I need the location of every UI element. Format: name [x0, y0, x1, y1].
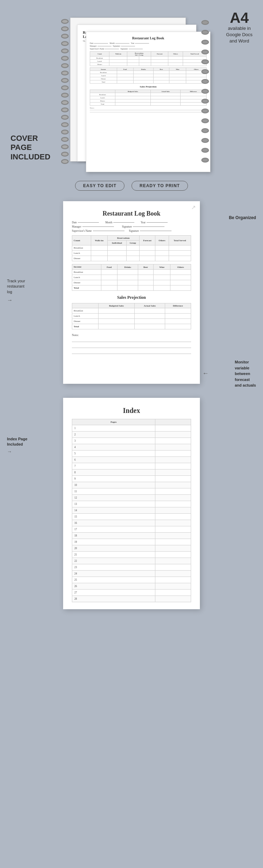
- index-page-number: 27: [72, 590, 155, 596]
- index-row: 12: [72, 495, 191, 501]
- index-row: 6: [72, 457, 191, 463]
- arrow-right2: ←: [202, 370, 209, 377]
- index-page-number: 15: [72, 514, 155, 520]
- notes-line-3: [72, 350, 191, 354]
- reservations-table: Count Walk-ins Reservations Forecast Oth…: [72, 235, 191, 261]
- index-row: 17: [72, 526, 191, 533]
- mini-sales-table: Budgeted SalesActual SalesDifference Bre…: [90, 90, 207, 106]
- index-page-number: 20: [72, 545, 155, 552]
- field-row-3: Supervisor's Name Signature: [72, 229, 191, 232]
- index-row: 2: [72, 432, 191, 438]
- index-row: 20: [72, 545, 191, 552]
- format-label: A4 available inGoogle Docsand Word: [226, 11, 252, 45]
- index-page-number: 13: [72, 501, 155, 507]
- cover-label: COVER PAGE INCLUDED: [11, 134, 50, 162]
- index-page-content: [155, 501, 191, 507]
- index-page-content: [155, 488, 191, 495]
- mini-fields-row3: Supervisor's Name Signature: [90, 48, 207, 50]
- mini-logbook-title: Restaurant Log Book: [90, 36, 207, 40]
- index-page-content: [155, 558, 191, 564]
- index-page-content: [155, 596, 191, 602]
- index-page-content: [155, 539, 191, 545]
- index-page-number: 25: [72, 577, 155, 583]
- index-page-content: [155, 463, 191, 469]
- index-page-number: 3: [72, 438, 155, 444]
- index-page-content: [155, 545, 191, 552]
- index-page-content: [155, 520, 191, 526]
- mini-fields-row2: Manager Signature: [90, 45, 207, 47]
- left-annotation: Track your restaurant log →: [7, 278, 25, 304]
- preview-section: Track your restaurant log → Be Organized…: [0, 198, 263, 394]
- notes-line-1: [72, 338, 191, 342]
- index-page-content: [155, 552, 191, 558]
- index-title: Index: [72, 407, 191, 415]
- right-annotation-organized: Be Organized: [229, 215, 256, 220]
- notebook-front: Restaurant Log Book Date Month Year Mana…: [86, 32, 210, 172]
- spiral-left: [58, 14, 72, 169]
- index-row: 19: [72, 539, 191, 545]
- mini-reservations-table: CountWalk-insReservationsInd. | GroupFor…: [90, 51, 207, 66]
- index-page-content: [155, 583, 191, 590]
- index-page-number: 16: [72, 520, 155, 526]
- right-annotation-monitor: Monitor variable between forecast and ac…: [235, 359, 256, 388]
- index-page-number: 26: [72, 583, 155, 590]
- index-row: 18: [72, 533, 191, 539]
- index-row: 15: [72, 514, 191, 520]
- index-row: 26: [72, 583, 191, 590]
- index-page-number: 22: [72, 558, 155, 564]
- index-page-number: 10: [72, 482, 155, 488]
- index-page-number: 24: [72, 571, 155, 577]
- index-row: 8: [72, 469, 191, 476]
- field-row-1: Date Month Year: [72, 221, 191, 224]
- index-page-number: 9: [72, 476, 155, 482]
- index-page-content: [155, 457, 191, 463]
- index-page-content: [155, 425, 191, 432]
- index-page-number: 18: [72, 533, 155, 539]
- index-page-content: [155, 495, 191, 501]
- logbook-title: Restaurant Log Book: [72, 210, 191, 217]
- ready-to-print-badge: READY TO PRINT: [132, 181, 188, 191]
- index-page-content: [155, 451, 191, 457]
- index-row: 21: [72, 552, 191, 558]
- index-page-content: [155, 571, 191, 577]
- index-row: 11: [72, 488, 191, 495]
- index-row: 4: [72, 444, 191, 451]
- index-row: 5: [72, 451, 191, 457]
- index-row: 14: [72, 507, 191, 514]
- index-annotation-left: Index Page Included →: [7, 436, 27, 455]
- index-page-content: [155, 564, 191, 571]
- index-col-pages: Pages: [72, 419, 155, 425]
- easy-to-edit-badge: EASY TO EDIT: [75, 181, 124, 191]
- index-page-content: [155, 482, 191, 488]
- format-size: A4: [226, 11, 252, 25]
- mini-income-table: IncomeFoodDrinksBeerWineOthers Breakfast…: [90, 67, 207, 84]
- index-page-number: 2: [72, 432, 155, 438]
- index-row: 10: [72, 482, 191, 488]
- mini-sales-title: Sales Projection: [90, 85, 207, 88]
- index-row: 1: [72, 425, 191, 432]
- index-row: 27: [72, 590, 191, 596]
- index-row: 24: [72, 571, 191, 577]
- index-row: 23: [72, 564, 191, 571]
- index-page-number: 6: [72, 457, 155, 463]
- index-page-content: [155, 469, 191, 476]
- index-row: 7: [72, 463, 191, 469]
- top-section: A4 available inGoogle Docsand Word: [0, 0, 263, 176]
- index-page-number: 21: [72, 552, 155, 558]
- index-page-number: 28: [72, 596, 155, 602]
- notes-line-2: [72, 344, 191, 348]
- index-row: 28: [72, 596, 191, 602]
- index-page-content: [155, 432, 191, 438]
- index-page-content: [155, 444, 191, 451]
- index-card: Index Pages 1234567891011121314151617181…: [63, 398, 200, 609]
- index-page-content: [155, 533, 191, 539]
- spiral-right: [200, 14, 210, 169]
- index-page-number: 5: [72, 451, 155, 457]
- index-row: 13: [72, 501, 191, 507]
- index-page-number: 19: [72, 539, 155, 545]
- index-page-number: 1: [72, 425, 155, 432]
- index-page-number: 12: [72, 495, 155, 501]
- mini-fields-row1: Date Month Year: [90, 42, 207, 44]
- field-row-2: Manager Signature: [72, 225, 191, 228]
- index-page-number: 17: [72, 526, 155, 533]
